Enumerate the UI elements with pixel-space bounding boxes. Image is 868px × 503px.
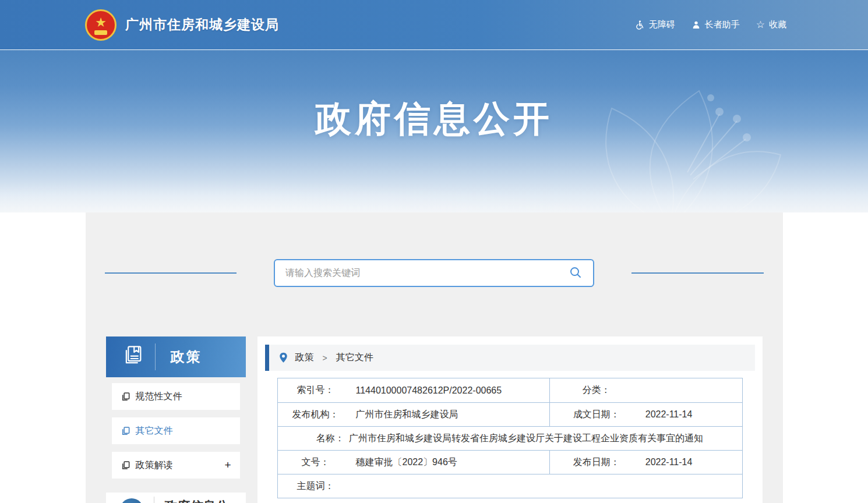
location-pin-icon: [279, 352, 288, 363]
emblem-star-icon: ★: [95, 16, 107, 29]
category-label: 分类：: [550, 384, 643, 396]
written-date-cell: 成文日期： 2022-11-14: [549, 403, 742, 426]
index-number-label: 索引号：: [278, 384, 354, 396]
sidebar-item-policy-interpretation[interactable]: 政策解读 +: [112, 452, 240, 479]
document-icon: [121, 461, 130, 470]
publisher-value: 广州市住房和城乡建设局: [356, 409, 458, 421]
category-cell: 分类：: [549, 378, 742, 402]
star-icon: ☆: [756, 20, 765, 30]
title-label: 名称：: [316, 433, 344, 445]
table-row: 名称： 广州市住房和城乡建设局转发省住房城乡建设厅关于建设工程企业资质有关事宜的…: [278, 426, 742, 450]
wheelchair-icon: [635, 20, 645, 30]
title-value: 广州市住房和城乡建设局转发省住房城乡建设厅关于建设工程企业资质有关事宜的通知: [349, 433, 703, 445]
document-icon: [121, 426, 130, 436]
elder-helper-link[interactable]: 长者助手: [691, 19, 740, 30]
doc-number-label: 文号：: [278, 456, 354, 469]
written-date-value: 2022-11-14: [645, 409, 693, 420]
written-date-label: 成文日期：: [550, 409, 643, 421]
accessibility-label: 无障碍: [649, 19, 675, 30]
publish-date-cell: 发布日期： 2022-11-14: [549, 451, 742, 474]
breadcrumb-root[interactable]: 政策: [295, 352, 314, 364]
header-divider: [154, 497, 154, 503]
table-row: 主题词：: [278, 474, 742, 498]
title-cell: 名称： 广州市住房和城乡建设局转发省住房城乡建设厅关于建设工程企业资质有关事宜的…: [278, 427, 742, 450]
sidebar: 政策 规范性文件 其它文件: [106, 336, 246, 503]
person-icon: [691, 20, 701, 30]
accessibility-link[interactable]: 无障碍: [635, 19, 675, 30]
brand-home-link[interactable]: ★ 广州市住房和城乡建设局: [85, 9, 279, 41]
content-panel: 政策 > 其它文件 索引号： 11440100007482612P/2022-0…: [257, 336, 763, 503]
elder-helper-label: 长者助手: [705, 19, 740, 30]
banner: 政府信息公开: [0, 49, 868, 212]
publisher-cell: 发布机构： 广州市住房和城乡建设局: [278, 403, 549, 426]
breadcrumb: 政策 > 其它文件: [265, 345, 755, 371]
header-divider: [155, 343, 156, 370]
doc-number-value: 穗建审批〔2022〕946号: [356, 456, 457, 469]
sidebar-items: 规范性文件 其它文件 政策解读 +: [106, 377, 246, 484]
index-number-cell: 索引号： 11440100007482612P/2022-00665: [278, 378, 549, 402]
sidebar-item-label: 规范性文件: [136, 391, 182, 403]
sidebar-policy-header: 政策: [106, 336, 246, 377]
site-title: 广州市住房和城乡建设局: [125, 16, 279, 34]
index-number-value: 11440100007482612P/2022-00665: [356, 385, 502, 396]
sidebar-info-header[interactable]: 政府信息公开: [106, 493, 246, 503]
info-circle-icon: [120, 498, 143, 503]
breadcrumb-current[interactable]: 其它文件: [336, 352, 373, 364]
sidebar-info-title: 政府信息公开: [165, 497, 229, 503]
keywords-cell: 主题词：: [278, 474, 742, 498]
sidebar-item-label: 政策解读: [136, 459, 173, 472]
favorite-label: 收藏: [769, 19, 786, 30]
content-row: 政策 规范性文件 其它文件: [86, 336, 783, 503]
document-icon: [121, 392, 130, 402]
sidebar-item-label: 其它文件: [136, 425, 173, 437]
expand-plus-icon[interactable]: +: [224, 459, 231, 472]
sidebar-item-regulatory-files[interactable]: 规范性文件: [112, 383, 240, 410]
sidebar-item-other-files[interactable]: 其它文件: [112, 417, 240, 444]
site-header: ★ 广州市住房和城乡建设局 无障碍: [0, 0, 868, 49]
publish-date-label: 发布日期：: [550, 456, 643, 469]
main-container: 政策 规范性文件 其它文件: [86, 212, 783, 503]
favorite-link[interactable]: ☆ 收藏: [756, 19, 786, 30]
doc-number-cell: 文号： 穗建审批〔2022〕946号: [278, 451, 549, 474]
document-info-table: 索引号： 11440100007482612P/2022-00665 分类： 发…: [277, 378, 743, 498]
publisher-label: 发布机构：: [278, 409, 354, 421]
search-button[interactable]: [566, 263, 585, 284]
search-icon: [569, 265, 583, 281]
page: ★ 广州市住房和城乡建设局 无障碍: [0, 0, 868, 503]
deco-line-left: [105, 272, 237, 274]
national-emblem-logo: ★: [85, 9, 117, 41]
table-row: 文号： 穗建审批〔2022〕946号 发布日期： 2022-11-14: [278, 450, 742, 474]
table-row: 发布机构： 广州市住房和城乡建设局 成文日期： 2022-11-14: [278, 402, 742, 426]
table-row: 索引号： 11440100007482612P/2022-00665 分类：: [278, 378, 742, 402]
book-icon: [121, 344, 144, 370]
search-section: [86, 212, 783, 287]
page-title: 政府信息公开: [0, 50, 868, 143]
search-box: [274, 259, 594, 287]
publish-date-value: 2022-11-14: [645, 457, 693, 467]
keywords-label: 主题词：: [278, 480, 354, 493]
deco-line-right: [631, 272, 764, 274]
search-input[interactable]: [285, 268, 566, 278]
breadcrumb-separator: >: [323, 353, 327, 363]
header-nav: 无障碍 长者助手 ☆ 收藏: [635, 19, 786, 30]
sidebar-policy-title: 政策: [171, 348, 202, 366]
breadcrumb-accent-bar: [265, 345, 269, 371]
